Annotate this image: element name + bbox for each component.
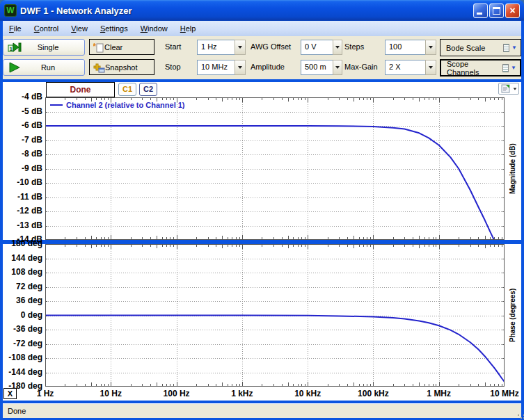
x-tick-label: 10 Hz	[100, 389, 122, 398]
magnitude-y-tick-label: -7 dB	[3, 135, 42, 146]
phase-y-tick-label: 36 deg	[3, 296, 42, 307]
legend: Channel 2 (relative to Channel 1)	[50, 101, 185, 109]
scope-channels-label: Scope Channels	[447, 60, 502, 76]
resize-grip[interactable]	[518, 414, 519, 416]
phase-y-tick-label: 72 deg	[3, 282, 42, 293]
app-window: W DWF 1 - Network Analyzer × File Contro…	[0, 0, 524, 420]
waveforms-logo-icon: W	[4, 4, 17, 17]
stop-value[interactable]: 10 MHz	[197, 60, 235, 75]
menu-settings[interactable]: Settings	[94, 21, 134, 36]
stop-label: Stop	[165, 63, 181, 71]
phase-plot-canvas[interactable]	[45, 244, 505, 387]
steps-value[interactable]: 100	[385, 40, 425, 55]
magnitude-plot-canvas[interactable]	[45, 97, 505, 240]
phase-y-tick-label: 0 deg	[3, 310, 42, 321]
stop-combo[interactable]: 10 MHz	[197, 60, 246, 75]
bode-scale-label: Bode Scale	[446, 44, 485, 52]
run-button-label: Run	[22, 63, 74, 72]
bode-scale-button[interactable]: Bode Scale ▼	[440, 39, 521, 56]
amplitude-combo[interactable]: 500 m	[301, 60, 342, 75]
phase-y-tick-label: -108 deg	[3, 353, 42, 364]
phase-y-tick-label: 144 deg	[3, 253, 42, 264]
legend-label: Channel 2 (relative to Channel 1)	[66, 101, 185, 109]
stop-dropdown-button[interactable]	[235, 60, 246, 75]
single-button-label: Single	[22, 43, 74, 51]
export-icon	[501, 84, 511, 93]
single-icon: 1	[8, 42, 22, 53]
steps-label: Steps	[344, 42, 364, 51]
maximize-button[interactable]	[489, 3, 504, 18]
window-title: DWF 1 - Network Analyzer	[20, 6, 472, 16]
scope-channels-button[interactable]: Scope Channels ▼	[440, 59, 521, 76]
awg-offset-dropdown-button[interactable]	[333, 40, 342, 55]
max-gain-dropdown-button[interactable]	[425, 60, 436, 75]
single-button[interactable]: 1 Single	[3, 39, 85, 56]
magnitude-y-tick-label: -5 dB	[3, 106, 42, 118]
max-gain-combo[interactable]: 2 X	[385, 60, 436, 75]
export-view-button[interactable]	[498, 83, 519, 95]
run-icon	[8, 62, 22, 73]
phase-y-tick-label: -144 deg	[3, 367, 42, 378]
amplitude-value[interactable]: 500 m	[301, 60, 333, 75]
chevron-down-icon	[429, 46, 433, 49]
chevron-down-icon	[238, 66, 242, 69]
phase-y-tick-label: 180 deg	[3, 239, 42, 250]
magnitude-axis-label: Magnitude (dB)	[509, 97, 520, 240]
status-bar: Done	[3, 403, 521, 418]
menu-help[interactable]: Help	[174, 21, 203, 36]
magnitude-y-tick-label: -4 dB	[3, 92, 42, 103]
title-bar[interactable]: W DWF 1 - Network Analyzer ×	[0, 0, 524, 21]
amplitude-dropdown-button[interactable]	[333, 60, 342, 75]
control-toolbar: 1 Single * Clear Start 1 Hz AWG Offset	[3, 36, 521, 79]
start-combo[interactable]: 1 Hz	[197, 40, 246, 55]
menu-bar: File Control View Settings Window Help	[3, 21, 521, 36]
chevron-down-icon	[335, 46, 340, 49]
magnitude-y-tick-label: -8 dB	[3, 149, 42, 160]
menu-view[interactable]: View	[65, 21, 94, 36]
channel-2-tab[interactable]: C2	[139, 83, 157, 96]
chevron-down-icon: ▼	[511, 45, 517, 51]
clear-button[interactable]: * Clear	[89, 39, 154, 55]
minimize-button[interactable]	[473, 3, 488, 18]
amplitude-label: Amplitude	[251, 63, 285, 71]
list-icon	[503, 44, 509, 52]
x-tick-label: 1 MHz	[427, 389, 451, 398]
snapshot-button-label: Snapshot	[105, 63, 137, 72]
maximize-icon	[493, 7, 500, 15]
max-gain-value[interactable]: 2 X	[385, 60, 425, 75]
status-text: Done	[8, 407, 26, 415]
start-label: Start	[165, 42, 181, 51]
magnitude-y-tick-label: -12 dB	[3, 206, 42, 217]
steps-dropdown-button[interactable]	[425, 40, 436, 55]
awg-offset-combo[interactable]: 0 V	[301, 40, 342, 55]
menu-window[interactable]: Window	[134, 21, 174, 36]
list-icon	[502, 64, 509, 72]
phase-y-tick-label: -36 deg	[3, 324, 42, 335]
acquisition-status-tab[interactable]: Done	[46, 82, 115, 97]
x-tick-label: 100 kHz	[358, 389, 389, 398]
legend-line-swatch	[50, 104, 63, 106]
phase-y-tick-label: 108 deg	[3, 267, 42, 278]
x-tick-label: 1 kHz	[231, 389, 253, 398]
x-tick-label: 10 MHz	[490, 389, 518, 398]
snapshot-icon	[93, 62, 105, 73]
magnitude-y-tick-label: -10 dB	[3, 177, 42, 188]
start-dropdown-button[interactable]	[235, 40, 246, 55]
minimize-icon	[477, 13, 482, 15]
magnitude-y-tick-label: -13 dB	[3, 220, 42, 232]
steps-combo[interactable]: 100	[385, 40, 436, 55]
close-button[interactable]: ×	[505, 3, 520, 18]
snapshot-button[interactable]: Snapshot	[89, 59, 154, 75]
svg-text:*: *	[93, 42, 97, 51]
run-button[interactable]: Run	[3, 59, 85, 76]
channel-1-tab[interactable]: C1	[118, 83, 136, 96]
awg-offset-value[interactable]: 0 V	[301, 40, 333, 55]
chevron-down-icon	[429, 66, 433, 69]
menu-file[interactable]: File	[3, 21, 28, 36]
chevron-down-icon	[513, 88, 516, 90]
clear-icon: *	[93, 42, 104, 53]
menu-control[interactable]: Control	[28, 21, 65, 36]
start-value[interactable]: 1 Hz	[197, 40, 235, 55]
chevron-down-icon	[238, 46, 242, 49]
chevron-down-icon	[335, 66, 340, 69]
